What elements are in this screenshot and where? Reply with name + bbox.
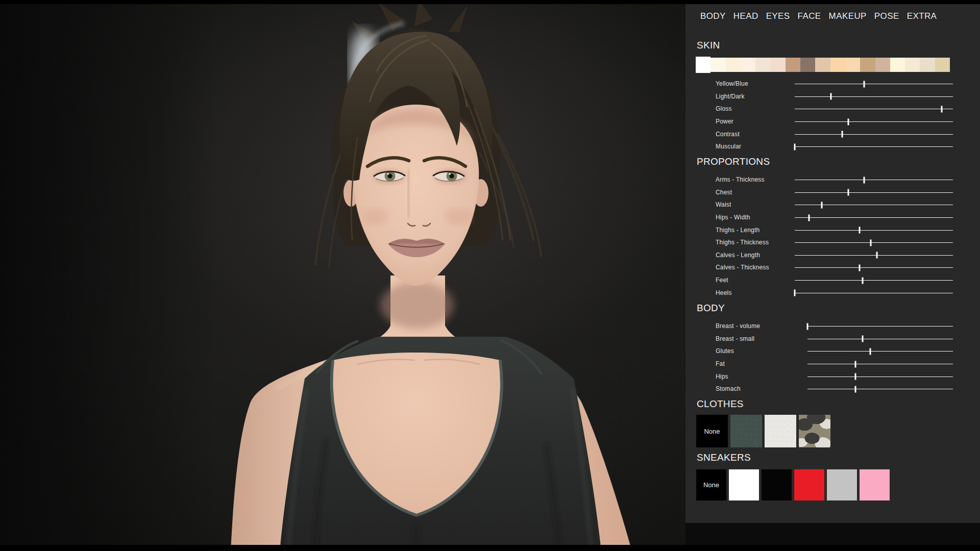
tab-body[interactable]: BODY	[700, 11, 726, 21]
proportions-sliders: Arms - Thickness Chest Waist Hips - Widt…	[685, 173, 980, 299]
slider-label: Thighs - Thickness	[716, 239, 769, 246]
skin-color-chip[interactable]	[845, 58, 860, 72]
skin-color-chip[interactable]	[935, 58, 950, 72]
slider-track[interactable]	[795, 146, 953, 147]
tab-head[interactable]: HEAD	[733, 11, 758, 21]
slider-handle[interactable]	[876, 252, 878, 259]
slider-handle[interactable]	[862, 277, 864, 284]
slider-handle[interactable]	[859, 264, 861, 271]
slider-track[interactable]	[795, 205, 953, 205]
clothes-none-label: None	[704, 428, 720, 435]
skin-color-chip[interactable]	[741, 58, 755, 72]
slider-row: Light/Dark	[685, 90, 980, 103]
body-sliders: Breast - volume Breast - small Glutes Fa…	[685, 320, 980, 395]
slider-track[interactable]	[795, 180, 953, 180]
slider-handle[interactable]	[869, 348, 871, 355]
slider-handle[interactable]	[842, 131, 843, 138]
slider-handle[interactable]	[859, 227, 861, 234]
sneakers-swatch-white[interactable]	[729, 469, 759, 500]
clothes-swatch-teal-fabric[interactable]	[730, 415, 762, 447]
clothes-none-swatch[interactable]: None	[696, 415, 728, 447]
body-section-title: BODY	[697, 303, 725, 314]
clothes-swatch-camo-fabric[interactable]	[799, 415, 830, 447]
slider-handle[interactable]	[794, 290, 796, 296]
slider-handle[interactable]	[862, 336, 864, 342]
slider-handle[interactable]	[864, 81, 865, 87]
slider-track[interactable]	[795, 192, 953, 193]
skin-color-chip[interactable]	[920, 58, 935, 72]
sneakers-swatch-gray[interactable]	[827, 469, 857, 500]
skin-color-chip[interactable]	[860, 58, 875, 72]
slider-handle[interactable]	[855, 373, 856, 380]
skin-color-chip[interactable]	[800, 58, 815, 72]
slider-track[interactable]	[795, 134, 953, 135]
slider-track[interactable]	[795, 267, 953, 268]
slider-track[interactable]	[807, 339, 953, 339]
slider-label: Gloss	[716, 105, 732, 112]
clothes-swatch-row: None	[696, 415, 830, 447]
tab-face[interactable]: FACE	[798, 11, 821, 21]
tab-eyes[interactable]: EYES	[766, 11, 790, 21]
slider-track[interactable]	[807, 326, 953, 327]
skin-color-chip[interactable]	[875, 58, 890, 72]
slider-track[interactable]	[795, 242, 953, 243]
slider-track[interactable]	[795, 230, 953, 231]
clothes-swatch-white-fabric[interactable]	[765, 415, 796, 447]
slider-track[interactable]	[795, 96, 953, 97]
slider-track[interactable]	[795, 280, 953, 281]
slider-track[interactable]	[795, 217, 953, 218]
sneakers-none-label: None	[703, 481, 719, 489]
slider-track[interactable]	[795, 109, 953, 109]
skin-color-chip[interactable]	[710, 58, 725, 72]
slider-track[interactable]	[807, 377, 953, 377]
skin-color-chip[interactable]	[830, 58, 845, 72]
slider-track[interactable]	[807, 389, 953, 389]
skin-color-chip[interactable]	[755, 58, 770, 72]
slider-label: Hips - Width	[716, 214, 750, 221]
slider-label: Breast - volume	[716, 322, 760, 330]
slider-label: Hips	[716, 373, 728, 380]
skin-color-chip[interactable]	[905, 58, 920, 72]
tab-pose[interactable]: POSE	[874, 11, 899, 21]
slider-handle[interactable]	[941, 106, 943, 112]
slider-handle[interactable]	[864, 177, 865, 183]
slider-handle[interactable]	[848, 189, 849, 196]
skin-color-chip[interactable]	[726, 58, 741, 72]
skin-section-title: SKIN	[697, 40, 720, 51]
skin-color-chip[interactable]	[696, 57, 710, 73]
slider-track[interactable]	[807, 364, 953, 364]
slider-row: Thighs - Length	[685, 223, 980, 236]
slider-handle[interactable]	[794, 143, 796, 150]
slider-track[interactable]	[795, 255, 953, 256]
slider-label: Calves - Length	[716, 252, 760, 259]
sneakers-swatch-black[interactable]	[762, 469, 792, 500]
slider-row: Yellow/Blue	[685, 78, 980, 90]
slider-label: Breast - small	[716, 335, 754, 342]
sneakers-swatch-red[interactable]	[794, 469, 824, 500]
tab-extra[interactable]: EXTRA	[907, 11, 937, 21]
slider-handle[interactable]	[830, 93, 832, 100]
slider-track[interactable]	[795, 121, 953, 122]
slider-track[interactable]	[795, 84, 953, 84]
skin-color-chip[interactable]	[786, 58, 800, 72]
skin-color-chip[interactable]	[815, 58, 830, 72]
letterbox-top	[0, 0, 980, 4]
skin-color-chip[interactable]	[890, 58, 905, 72]
slider-handle[interactable]	[870, 239, 871, 246]
slider-handle[interactable]	[808, 214, 810, 221]
slider-row: Heels	[685, 286, 980, 299]
skin-color-chip[interactable]	[770, 58, 785, 72]
slider-handle[interactable]	[848, 118, 849, 125]
slider-handle[interactable]	[821, 202, 822, 208]
slider-handle[interactable]	[807, 323, 808, 330]
slider-handle[interactable]	[855, 386, 856, 392]
sneakers-swatch-pink[interactable]	[860, 469, 890, 500]
slider-row: Glutes	[685, 345, 980, 358]
slider-handle[interactable]	[855, 361, 856, 367]
tab-makeup[interactable]: MAKEUP	[829, 11, 867, 21]
slider-track[interactable]	[795, 293, 953, 293]
sneakers-none-swatch[interactable]: None	[696, 469, 726, 500]
slider-label: Stomach	[716, 385, 741, 392]
panel-footer-strip	[685, 523, 980, 545]
slider-track[interactable]	[807, 351, 953, 352]
